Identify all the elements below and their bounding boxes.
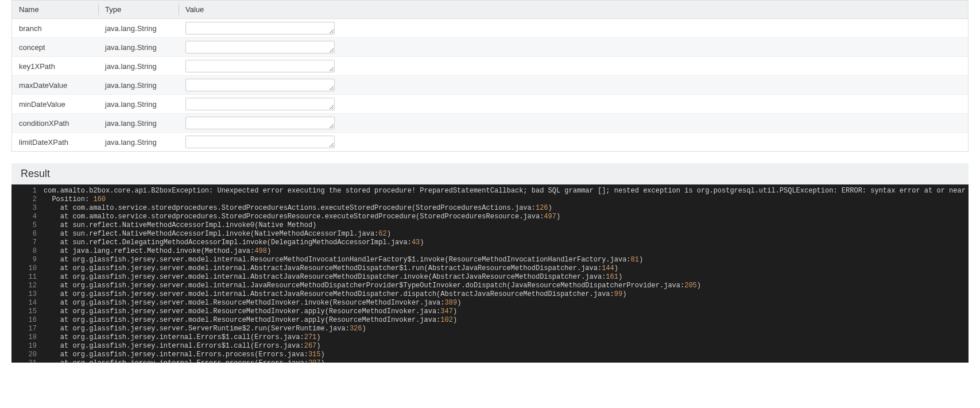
stacktrace-line: at sun.reflect.NativeMethodAccessorImpl.… — [11, 230, 969, 238]
stacktrace-line: at org.glassfish.jersey.server.model.int… — [11, 282, 969, 290]
param-type: java.lang.String — [98, 133, 179, 152]
stacktrace-line: at org.glassfish.jersey.server.model.int… — [11, 264, 969, 273]
param-value-input[interactable] — [185, 136, 335, 148]
stacktrace-line: at org.glassfish.jersey.internal.Errors$… — [11, 342, 969, 351]
param-value-input[interactable] — [185, 98, 335, 110]
result-code-panel[interactable]: com.amalto.b2box.core.api.B2boxException… — [11, 184, 969, 363]
stacktrace-line: at com.amalto.service.storedprocedures.S… — [11, 213, 969, 221]
param-value-cell — [179, 114, 968, 133]
param-name: minDateValue — [12, 95, 98, 114]
col-header-type: Type — [98, 1, 179, 19]
param-type: java.lang.String — [98, 38, 179, 57]
table-row: minDateValuejava.lang.String — [12, 95, 968, 114]
param-value-input[interactable] — [185, 60, 335, 72]
parameters-table: Name Type Value branchjava.lang.Stringco… — [12, 1, 968, 151]
table-row: maxDateValuejava.lang.String — [12, 76, 968, 95]
param-name: conditionXPath — [12, 114, 98, 133]
param-value-cell — [179, 95, 968, 114]
stacktrace-line: at org.glassfish.jersey.server.ServerRun… — [11, 325, 969, 333]
stacktrace-line: com.amalto.b2box.core.api.B2boxException… — [11, 187, 969, 195]
table-row: branchjava.lang.String — [12, 19, 968, 38]
stacktrace-line: Position: 160 — [11, 195, 969, 204]
table-row: key1XPathjava.lang.String — [12, 57, 968, 76]
parameters-panel: Name Type Value branchjava.lang.Stringco… — [11, 0, 969, 152]
stacktrace-line: at org.glassfish.jersey.server.model.Res… — [11, 316, 969, 325]
param-value-input[interactable] — [185, 22, 335, 34]
stacktrace-line: at org.glassfish.jersey.internal.Errors.… — [11, 359, 969, 363]
stacktrace-line: at org.glassfish.jersey.server.model.Res… — [11, 299, 969, 307]
param-type: java.lang.String — [98, 57, 179, 76]
param-name: maxDateValue — [12, 76, 98, 95]
table-row: limitDateXPathjava.lang.String — [12, 133, 968, 152]
result-section-title: Result — [11, 163, 969, 184]
stacktrace-line: at org.glassfish.jersey.server.model.int… — [11, 256, 969, 264]
param-type: java.lang.String — [98, 95, 179, 114]
stacktrace-line: at org.glassfish.jersey.server.model.int… — [11, 290, 969, 299]
param-value-cell — [179, 133, 968, 152]
param-value-input[interactable] — [185, 117, 335, 129]
param-type: java.lang.String — [98, 114, 179, 133]
col-header-value: Value — [179, 1, 968, 19]
stacktrace-line: at org.glassfish.jersey.internal.Errors$… — [11, 333, 969, 342]
param-name: concept — [12, 38, 98, 57]
stacktrace-line: at java.lang.reflect.Method.invoke(Metho… — [11, 247, 969, 256]
table-row: conditionXPathjava.lang.String — [12, 114, 968, 133]
col-header-name: Name — [12, 1, 98, 19]
stacktrace-line: at sun.reflect.DelegatingMethodAccessorI… — [11, 238, 969, 247]
stacktrace-line: at org.glassfish.jersey.internal.Errors.… — [11, 351, 969, 359]
param-value-input[interactable] — [185, 79, 335, 91]
stacktrace-line: at sun.reflect.NativeMethodAccessorImpl.… — [11, 221, 969, 230]
param-name: limitDateXPath — [12, 133, 98, 152]
param-name: branch — [12, 19, 98, 38]
table-header-row: Name Type Value — [12, 1, 968, 19]
param-type: java.lang.String — [98, 19, 179, 38]
param-name: key1XPath — [12, 57, 98, 76]
param-value-cell — [179, 76, 968, 95]
stacktrace-line: at org.glassfish.jersey.server.model.Res… — [11, 307, 969, 316]
param-type: java.lang.String — [98, 76, 179, 95]
param-value-cell — [179, 38, 968, 57]
param-value-cell — [179, 57, 968, 76]
param-value-input[interactable] — [185, 41, 335, 53]
stacktrace-line: at org.glassfish.jersey.server.model.int… — [11, 273, 969, 282]
param-value-cell — [179, 19, 968, 38]
table-row: conceptjava.lang.String — [12, 38, 968, 57]
stacktrace-line: at com.amalto.service.storedprocedures.S… — [11, 204, 969, 213]
